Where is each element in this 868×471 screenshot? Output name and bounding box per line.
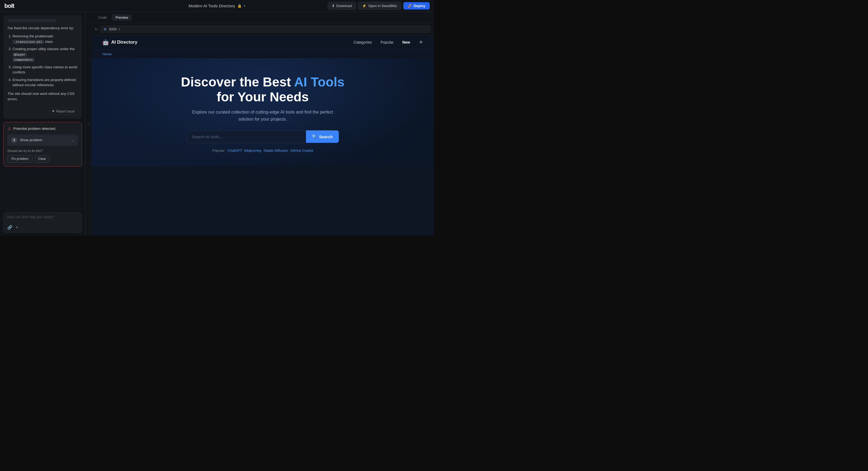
- url-bar: ↻ ⊕ 3000 /: [91, 23, 434, 35]
- problem-count-badge: 4: [11, 137, 17, 143]
- right-panel: Code Preview ↻ ⊕ 3000 / 🤖 AI Di: [91, 12, 434, 236]
- fix-item-4: Ensuring transitions are properly define…: [12, 77, 78, 88]
- attach-link-button[interactable]: 🔗: [7, 225, 12, 230]
- message-header-bar: [8, 19, 57, 22]
- bolt-logo-text: bolt: [4, 2, 14, 9]
- nav-categories[interactable]: Categories: [353, 40, 372, 44]
- ai-enhance-button[interactable]: ✦: [15, 225, 19, 230]
- robot-icon: 🤖: [102, 39, 109, 45]
- popular-midjourney[interactable]: Midjourney: [244, 148, 261, 153]
- nav-popular[interactable]: Popular: [380, 40, 394, 44]
- collapse-icon: ‹: [88, 122, 89, 126]
- popular-label: Popular:: [212, 148, 225, 153]
- chat-input-icons: 🔗 ✦: [7, 225, 19, 230]
- problem-detected-box: ⚠ Potential problem detected. 4 Show pro…: [3, 122, 82, 167]
- hero-title: Discover the Best AI Tools for Your Need…: [102, 74, 423, 104]
- flag-icon: ⚑: [52, 109, 55, 113]
- hero-title-end: for Your Needs: [217, 90, 309, 104]
- report-issue-label: Report Issue: [56, 109, 74, 113]
- rocket-icon: 🚀: [408, 4, 412, 8]
- hero-search-input[interactable]: [187, 130, 306, 143]
- popular-chatgpt[interactable]: ChatGPT: [227, 148, 242, 153]
- popular-github-copilot[interactable]: GitHub Copilot: [290, 148, 313, 153]
- fix-item-1: Removing the problematic .transition-all…: [12, 34, 78, 44]
- fix-problem-label: Fix problem: [11, 157, 29, 161]
- ai-nav-links: Categories Popular New ☀: [353, 39, 423, 45]
- warning-icon: ⚠: [7, 126, 11, 131]
- download-button[interactable]: ⬇ Download: [328, 2, 356, 10]
- chat-fix-message: I've fixed the circular dependency error…: [3, 15, 82, 119]
- fix-footer: The site should now work without any CSS…: [8, 91, 78, 102]
- chevron-down-icon: ⌄: [71, 138, 74, 142]
- fix-intro: I've fixed the circular dependency error…: [8, 26, 78, 31]
- top-bar-center: Modern AI Tools Directory 🔒 ▾: [188, 3, 245, 8]
- hero-search-button[interactable]: 🔍 Search: [306, 130, 339, 143]
- deploy-button[interactable]: 🚀 Deploy: [403, 2, 430, 9]
- lock-icon: 🔒: [237, 4, 242, 8]
- chat-scroll: I've fixed the circular dependency error…: [0, 12, 85, 209]
- search-button-label: Search: [319, 134, 333, 139]
- url-port: 3000: [109, 27, 117, 31]
- chat-textarea[interactable]: [7, 215, 78, 223]
- download-label: Download: [336, 4, 352, 8]
- tab-preview[interactable]: Preview: [112, 14, 132, 21]
- show-problem-label: Show problem: [20, 138, 42, 142]
- tab-code-label: Code: [98, 15, 107, 20]
- nav-categories-label: Categories: [353, 40, 372, 44]
- collapse-panel-button[interactable]: ‹: [86, 12, 91, 236]
- top-bar: bolt Modern AI Tools Directory 🔒 ▾ ⬇ Dow…: [0, 0, 434, 12]
- chat-input-box: 🔗 ✦: [3, 212, 82, 233]
- ai-nav-logo: 🤖 AI Directory: [102, 39, 137, 45]
- clear-button[interactable]: Clear: [35, 155, 50, 163]
- ai-directory-app: 🤖 AI Directory Categories Popular New: [91, 35, 434, 236]
- ai-nav: 🤖 AI Directory Categories Popular New: [91, 35, 434, 49]
- fix-item-3: Using more specific class names to avoid…: [12, 65, 78, 75]
- preview-tabs: Code Preview: [91, 12, 434, 23]
- tab-preview-label: Preview: [116, 15, 128, 20]
- code-components: components: [12, 58, 34, 62]
- bolt-logo: bolt: [4, 2, 14, 9]
- fix-problem-button[interactable]: Fix problem: [7, 155, 33, 163]
- stackblitz-label: Open in StackBlitz: [368, 4, 397, 8]
- hero-title-blue: AI Tools: [294, 75, 344, 89]
- fix-item-1-text: Removing the problematic: [12, 34, 54, 38]
- tab-code[interactable]: Code: [95, 14, 111, 21]
- nav-popular-label: Popular: [380, 40, 394, 44]
- refresh-button[interactable]: ↻: [95, 27, 98, 31]
- top-bar-actions: ⬇ Download ⚡ Open in StackBlitz 🚀 Deploy: [328, 2, 430, 10]
- deploy-label: Deploy: [414, 4, 425, 8]
- preview-content[interactable]: 🤖 AI Directory Categories Popular New: [91, 35, 434, 236]
- fix-item-3-text: Using more specific class names to avoid…: [12, 65, 77, 74]
- ai-nav-logo-text: AI Directory: [111, 40, 137, 45]
- code-transition-all: .transition-all: [12, 40, 44, 44]
- fix-item-1-after: class: [45, 40, 53, 44]
- popular-stable-diffusion[interactable]: Stable Diffusion: [264, 148, 288, 153]
- breadcrumb-home[interactable]: Home: [102, 52, 112, 56]
- chat-input-area: 🔗 ✦: [0, 209, 85, 236]
- url-input-wrap: ⊕ 3000 /: [100, 26, 431, 33]
- chevron-down-icon: ▾: [244, 4, 246, 8]
- problem-header: ⚠ Potential problem detected.: [7, 126, 78, 131]
- main-layout: I've fixed the circular dependency error…: [0, 12, 434, 236]
- hero-search-row: 🔍 Search: [187, 130, 339, 143]
- fix-item-2: Creating proper utility classes under th…: [12, 46, 78, 62]
- theme-toggle-icon[interactable]: ☀: [419, 39, 423, 45]
- left-panel: I've fixed the circular dependency error…: [0, 12, 86, 236]
- code-layer: @layer: [12, 53, 27, 57]
- should-fix-text: Should we try to fix this?: [7, 149, 78, 153]
- problem-header-text: Potential problem detected.: [13, 127, 56, 131]
- ai-breadcrumb: Home: [91, 49, 434, 58]
- open-stackblitz-button[interactable]: ⚡ Open in StackBlitz: [358, 2, 401, 10]
- fix-item-4-text: Ensuring transitions are properly define…: [12, 78, 76, 87]
- nav-new[interactable]: New: [402, 40, 410, 44]
- report-issue-button[interactable]: ⚑ Report Issue: [49, 108, 78, 115]
- problem-dropdown-left: 4 Show problem: [11, 137, 42, 143]
- fix-clear-row: Fix problem Clear: [7, 155, 78, 163]
- fix-list: Removing the problematic .transition-all…: [8, 34, 78, 88]
- fix-item-2-text: Creating proper utility classes under th…: [12, 47, 74, 51]
- nav-new-label: New: [402, 40, 410, 44]
- download-icon: ⬇: [332, 4, 335, 8]
- clear-label: Clear: [38, 157, 46, 161]
- lightning-icon: ⚡: [362, 4, 367, 8]
- show-problem-dropdown[interactable]: 4 Show problem ⌄: [7, 134, 78, 146]
